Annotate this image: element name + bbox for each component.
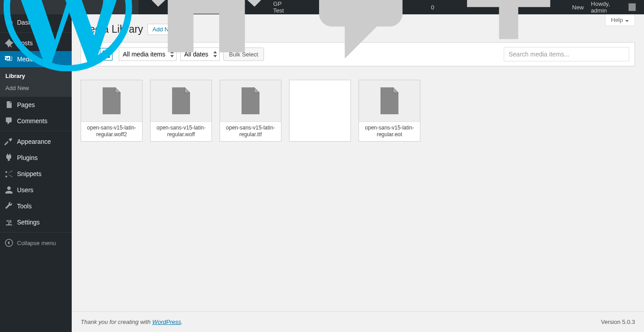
file-icon	[359, 80, 420, 121]
media-item[interactable]	[289, 80, 351, 142]
sidebar-item-label: Comments	[17, 117, 48, 125]
sidebar-item-users[interactable]: Users	[0, 182, 72, 198]
sidebar-submenu-media: Library Add New	[0, 67, 72, 97]
sidebar-item-comments[interactable]: Comments	[0, 113, 72, 129]
site-name-menu[interactable]: GP Test	[138, 0, 297, 14]
comment-icon	[300, 0, 428, 71]
admin-toolbar-right: Howdy, admin	[588, 0, 640, 14]
avatar	[628, 3, 636, 11]
howdy-label: Howdy, admin	[591, 0, 626, 14]
file-icon	[81, 80, 142, 121]
sidebar-item-pages[interactable]: Pages	[0, 97, 72, 113]
media-item[interactable]: open-sans-v15-latin-regular.eot	[359, 80, 420, 142]
site-name-label: GP Test	[273, 0, 293, 14]
footer-version: Version 5.0.3	[601, 319, 635, 325]
collapse-label: Collapse menu	[17, 240, 56, 246]
media-filename: open-sans-v15-latin-regular.ttf	[220, 121, 281, 141]
media-item[interactable]: open-sans-v15-latin-regular.woff2	[81, 80, 143, 142]
sidebar-separator	[0, 129, 72, 131]
new-label: New	[572, 4, 584, 11]
sidebar-subitem-add-new[interactable]: Add New	[0, 82, 72, 94]
new-content-menu[interactable]: New	[438, 0, 588, 14]
sidebar-item-settings[interactable]: Settings	[0, 214, 72, 230]
media-filename: open-sans-v15-latin-regular.eot	[359, 121, 420, 141]
page-icon	[4, 100, 13, 109]
sidebar-item-tools[interactable]: Tools	[0, 198, 72, 214]
comments-count: 0	[431, 4, 434, 11]
chevron-down-icon	[625, 18, 629, 22]
sidebar-item-plugins[interactable]: Plugins	[0, 150, 72, 166]
collapse-icon	[4, 238, 13, 247]
sidebar-item-label: Tools	[17, 203, 32, 210]
sidebar-separator	[0, 230, 72, 233]
admin-toolbar: GP Test 0 New Howdy, admin	[0, 0, 644, 14]
scissors-icon	[4, 169, 13, 178]
comments-menu[interactable]: 0	[296, 0, 438, 14]
plugin-icon	[4, 153, 13, 162]
file-icon	[220, 80, 281, 121]
sidebar-item-appearance[interactable]: Appearance	[0, 134, 72, 150]
sidebar-item-label: Settings	[17, 219, 40, 226]
sidebar-item-label: Pages	[17, 101, 35, 108]
media-filename: open-sans-v15-latin-regular.woff2	[81, 121, 142, 141]
sidebar-item-label: Appearance	[17, 138, 51, 145]
sidebar-item-snippets[interactable]: Snippets	[0, 166, 72, 182]
wordpress-logo-menu[interactable]	[0, 0, 138, 14]
settings-icon	[4, 218, 13, 227]
wrench-icon	[4, 202, 13, 211]
sidebar-subitem-library[interactable]: Library	[0, 70, 72, 82]
admin-toolbar-left: GP Test 0 New	[0, 0, 588, 14]
media-item[interactable]: open-sans-v15-latin-regular.ttf	[220, 80, 281, 142]
comment-icon	[4, 116, 13, 125]
file-icon	[290, 80, 350, 141]
help-tab[interactable]: Help	[605, 14, 635, 26]
wordpress-link[interactable]: WordPress	[152, 319, 181, 325]
sidebar-item-label: Plugins	[17, 154, 38, 161]
sidebar-item-label: Snippets	[17, 170, 41, 177]
wordpress-icon	[4, 0, 132, 71]
media-filename: open-sans-v15-latin-regular.woff	[151, 121, 212, 141]
collapse-menu-button[interactable]: Collapse menu	[0, 235, 72, 251]
user-account-menu[interactable]: Howdy, admin	[588, 0, 640, 14]
media-item[interactable]: open-sans-v15-latin-regular.woff	[150, 80, 212, 142]
user-icon	[4, 185, 13, 194]
plus-icon	[441, 0, 570, 71]
footer-thankyou: Thank you for creating with WordPress.	[81, 319, 183, 325]
media-grid: open-sans-v15-latin-regular.woff2open-sa…	[81, 80, 635, 142]
file-icon	[151, 80, 212, 121]
sidebar-item-label: Users	[17, 186, 34, 194]
home-icon	[142, 0, 271, 71]
footer: Thank you for creating with WordPress. V…	[72, 311, 644, 332]
help-label: Help	[611, 17, 623, 23]
appearance-icon	[4, 137, 13, 146]
